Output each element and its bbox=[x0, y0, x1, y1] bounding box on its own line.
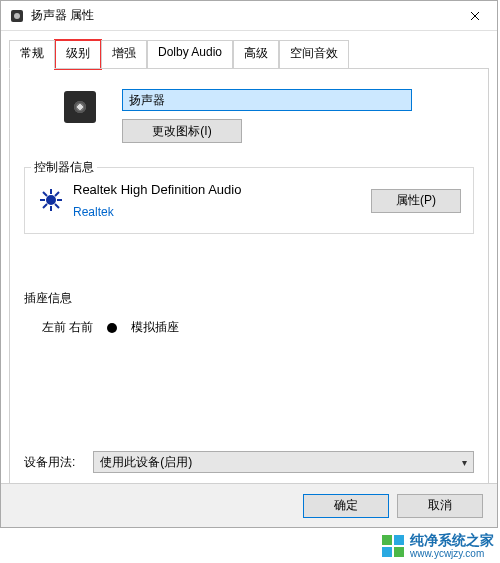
tab-general[interactable]: 常规 bbox=[9, 40, 55, 69]
controller-group-label: 控制器信息 bbox=[31, 159, 97, 176]
titlebar: 扬声器 属性 bbox=[1, 1, 497, 31]
device-usage-select[interactable]: 使用此设备(启用) ▾ bbox=[93, 451, 474, 473]
chevron-down-icon: ▾ bbox=[462, 457, 467, 468]
svg-line-10 bbox=[43, 204, 47, 208]
jack-position: 左前 右前 bbox=[42, 319, 93, 336]
tab-enhancements[interactable]: 增强 bbox=[101, 40, 147, 69]
controller-vendor-link[interactable]: Realtek bbox=[73, 205, 371, 219]
watermark: 纯净系统之家 www.ycwjzy.com bbox=[382, 532, 494, 559]
window-title: 扬声器 属性 bbox=[31, 7, 452, 24]
tab-advanced[interactable]: 高级 bbox=[233, 40, 279, 69]
properties-dialog: 扬声器 属性 常规 级别 增强 Dolby Audio 高级 空间音效 更改图标… bbox=[0, 0, 498, 528]
tab-spatial-sound[interactable]: 空间音效 bbox=[279, 40, 349, 69]
tab-levels[interactable]: 级别 bbox=[55, 40, 101, 69]
close-button[interactable] bbox=[452, 1, 497, 31]
device-header-row: 更改图标(I) bbox=[64, 89, 474, 143]
tab-strip: 常规 级别 增强 Dolby Audio 高级 空间音效 bbox=[1, 31, 497, 68]
app-icon bbox=[9, 8, 25, 24]
svg-line-7 bbox=[43, 192, 47, 196]
device-usage-label: 设备用法: bbox=[24, 454, 75, 471]
watermark-url: www.ycwjzy.com bbox=[410, 548, 494, 559]
jack-color-dot bbox=[107, 323, 117, 333]
svg-line-8 bbox=[55, 204, 59, 208]
controller-info-group: 控制器信息 bbox=[24, 167, 474, 234]
jack-type: 模拟插座 bbox=[131, 319, 179, 336]
cancel-button[interactable]: 取消 bbox=[397, 494, 483, 518]
svg-line-9 bbox=[55, 192, 59, 196]
controller-properties-button[interactable]: 属性(P) bbox=[371, 189, 461, 213]
ok-button[interactable]: 确定 bbox=[303, 494, 389, 518]
jack-group-label: 插座信息 bbox=[24, 290, 474, 307]
tab-panel-general: 更改图标(I) 控制器信息 bbox=[9, 68, 489, 486]
speaker-icon bbox=[64, 91, 96, 123]
svg-point-2 bbox=[46, 195, 56, 205]
tab-dolby-audio[interactable]: Dolby Audio bbox=[147, 40, 233, 69]
device-usage-value: 使用此设备(启用) bbox=[100, 454, 192, 471]
dialog-footer: 确定 取消 bbox=[1, 483, 497, 527]
controller-name: Realtek High Definition Audio bbox=[73, 182, 371, 197]
svg-point-1 bbox=[14, 13, 20, 19]
watermark-logo-icon bbox=[382, 535, 404, 557]
watermark-text: 纯净系统之家 bbox=[410, 532, 494, 548]
change-icon-button[interactable]: 更改图标(I) bbox=[122, 119, 242, 143]
jack-info-section: 插座信息 左前 右前 模拟插座 bbox=[24, 290, 474, 336]
device-usage-row: 设备用法: 使用此设备(启用) ▾ bbox=[24, 451, 474, 473]
realtek-icon bbox=[37, 186, 65, 214]
device-name-input[interactable] bbox=[122, 89, 412, 111]
